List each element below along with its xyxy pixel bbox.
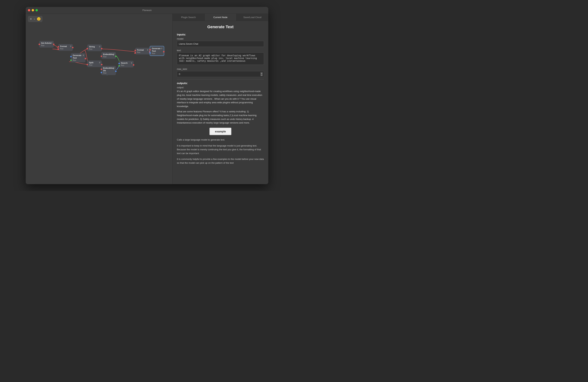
- output-dot: [163, 51, 165, 53]
- input-dot: [86, 64, 88, 65]
- node-string[interactable]: 🗑 String Run: [87, 44, 102, 51]
- input-dot: [134, 50, 136, 51]
- inputs-heading: inputs:: [177, 33, 264, 36]
- input-dot-blue: [101, 72, 102, 73]
- input-dot: [149, 49, 151, 50]
- tab-save-load-cloud[interactable]: Save/Load Cloud: [236, 14, 268, 21]
- divider: [177, 79, 264, 79]
- input-dot-blue: [70, 56, 72, 57]
- panel-title: Generate Text: [177, 25, 264, 29]
- input-dot: [58, 46, 59, 48]
- desc1: Calls a large language model to generate…: [177, 138, 264, 142]
- output-dot: [133, 64, 134, 66]
- output-text2: What are some features Floneum offers? I…: [177, 110, 264, 125]
- output-text1: It's an AI graph editor designed for cre…: [177, 90, 264, 108]
- right-panel: Plugin Search Current Node Save/Load Clo…: [172, 14, 268, 184]
- trash-icon[interactable]: 🗑: [69, 45, 72, 47]
- main-content: + - 😊: [26, 14, 268, 184]
- input-dot-green: [118, 65, 120, 67]
- input-dot: [39, 44, 40, 45]
- output-dot: [101, 64, 103, 65]
- number-spinner: ▲ ▼: [260, 72, 263, 76]
- input-dot-blue: [118, 63, 120, 64]
- trash-icon[interactable]: 🗑: [130, 61, 133, 64]
- add-node-button[interactable]: +: [30, 17, 32, 21]
- maximize-button[interactable]: [36, 9, 38, 11]
- input-dot: [86, 48, 88, 49]
- text-label: text:: [177, 49, 264, 52]
- node-generate-text-active[interactable]: 🗑 Generate Text Run: [150, 46, 164, 56]
- node-search[interactable]: 🗑 Search Run: [119, 61, 134, 67]
- output-dot: [72, 47, 74, 48]
- desc3: It is commonly helpful to provide a few …: [177, 157, 264, 165]
- node-generate-text1[interactable]: 🗑 Generate Text Run: [71, 53, 85, 62]
- input-dot2: [134, 52, 136, 54]
- traffic-lights: [28, 9, 38, 11]
- spinner-down[interactable]: ▼: [260, 74, 263, 76]
- node-embedding1[interactable]: 🗑 Embedding Run: [101, 52, 116, 59]
- node-get-article[interactable]: 🗑 Get Article Run: [39, 41, 54, 48]
- trash-icon[interactable]: 🗑: [99, 61, 101, 64]
- remove-node-button[interactable]: -: [34, 17, 35, 21]
- outputs-heading: outputs:: [177, 82, 264, 85]
- minimize-button[interactable]: [32, 9, 34, 11]
- tab-current-node[interactable]: Current Node: [205, 14, 237, 21]
- input-dot-blue: [149, 52, 151, 54]
- tab-bar: Plugin Search Current Node Save/Load Clo…: [172, 14, 268, 21]
- example-button[interactable]: example: [210, 128, 231, 135]
- max-size-field-wrapper: ▲ ▼: [177, 71, 264, 77]
- output-dot-green: [115, 56, 117, 57]
- max-size-label: max_size:: [177, 68, 264, 70]
- connections-svg: [26, 14, 172, 184]
- output-dot-red: [53, 44, 55, 45]
- spinner-up[interactable]: ▲: [260, 72, 263, 74]
- trash-icon[interactable]: 🗑: [161, 47, 163, 50]
- input-dot: [101, 56, 102, 57]
- trash-icon[interactable]: 🗑: [113, 53, 115, 55]
- output-dot: [101, 48, 103, 49]
- output-dot-blue: [115, 71, 117, 72]
- model-label: model:: [177, 38, 264, 40]
- model-input[interactable]: [177, 41, 264, 47]
- output-label: output:: [177, 86, 264, 89]
- desc2: It is important to keep in mind that the…: [177, 144, 264, 155]
- input-dot: [101, 69, 102, 70]
- trash-icon[interactable]: 🗑: [82, 54, 85, 57]
- trash-icon[interactable]: 🗑: [50, 42, 53, 44]
- canvas-panel: + - 😊: [26, 14, 172, 184]
- node-embedding-db[interactable]: 🗑 Embedding Db Run: [101, 66, 116, 75]
- titlebar: Floneum: [26, 7, 268, 14]
- node-format2[interactable]: 🗑 Format Run: [135, 48, 150, 55]
- emoji-icon: 😊: [37, 17, 41, 21]
- close-button[interactable]: [28, 9, 30, 11]
- trash-icon[interactable]: 🗑: [99, 45, 101, 48]
- tab-plugin-search[interactable]: Plugin Search: [172, 14, 205, 21]
- app-window: Floneum + - 😊: [26, 7, 268, 184]
- text-input[interactable]: Floneum is an AI graph editor for develo…: [177, 53, 264, 65]
- output-dot: [85, 58, 86, 59]
- max-size-input[interactable]: [177, 71, 264, 77]
- trash-icon[interactable]: 🗑: [147, 48, 149, 51]
- input-dot2: [58, 48, 59, 50]
- window-title: Floneum: [143, 9, 152, 12]
- panel-content: Generate Text inputs: model: text: Flone…: [172, 21, 268, 184]
- input-dot-green: [70, 59, 72, 61]
- node-split[interactable]: 🗑 Split Run: [87, 60, 102, 67]
- canvas-toolbar: + - 😊: [28, 16, 42, 22]
- outputs-section: outputs: output: It's an AI graph editor…: [177, 82, 264, 125]
- trash-icon[interactable]: 🗑: [113, 67, 115, 69]
- node-format1[interactable]: 🗑 Format Run: [58, 44, 73, 51]
